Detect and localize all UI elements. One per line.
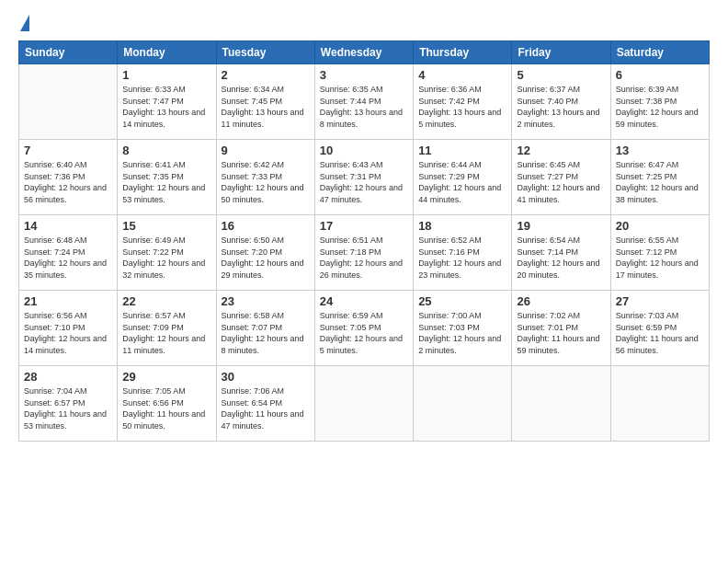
day-cell: 30Sunrise: 7:06 AMSunset: 6:54 PMDayligh…	[216, 366, 314, 442]
day-number: 7	[24, 144, 112, 157]
day-number: 15	[122, 219, 210, 233]
day-info: Sunrise: 6:34 AMSunset: 7:45 PMDaylight:…	[222, 84, 310, 130]
week-row-1: 7Sunrise: 6:40 AMSunset: 7:36 PMDaylight…	[19, 140, 710, 215]
week-row-2: 14Sunrise: 6:48 AMSunset: 7:24 PMDayligh…	[19, 215, 710, 291]
day-info: Sunrise: 6:54 AMSunset: 7:14 PMDaylight:…	[517, 235, 605, 281]
day-cell: 7Sunrise: 6:40 AMSunset: 7:36 PMDaylight…	[19, 140, 118, 215]
day-cell: 27Sunrise: 7:03 AMSunset: 6:59 PMDayligh…	[610, 291, 709, 366]
day-cell	[610, 366, 709, 442]
header-sunday: Sunday	[19, 41, 118, 64]
day-info: Sunrise: 7:04 AMSunset: 6:57 PMDaylight:…	[24, 385, 112, 431]
day-info: Sunrise: 6:56 AMSunset: 7:10 PMDaylight:…	[24, 310, 112, 356]
day-cell	[314, 366, 413, 442]
day-info: Sunrise: 6:39 AMSunset: 7:38 PMDaylight:…	[616, 84, 704, 130]
day-cell: 26Sunrise: 7:02 AMSunset: 7:01 PMDayligh…	[512, 291, 610, 366]
day-number: 12	[517, 144, 605, 157]
day-number: 17	[320, 219, 408, 233]
day-info: Sunrise: 6:59 AMSunset: 7:05 PMDaylight:…	[320, 310, 408, 356]
day-cell: 11Sunrise: 6:44 AMSunset: 7:29 PMDayligh…	[414, 140, 512, 215]
day-info: Sunrise: 6:44 AMSunset: 7:29 PMDaylight:…	[418, 159, 506, 205]
day-info: Sunrise: 6:36 AMSunset: 7:42 PMDaylight:…	[418, 84, 506, 130]
header-thursday: Thursday	[414, 41, 512, 64]
day-number: 16	[222, 219, 310, 233]
day-cell: 17Sunrise: 6:51 AMSunset: 7:18 PMDayligh…	[314, 215, 413, 291]
day-cell: 12Sunrise: 6:45 AMSunset: 7:27 PMDayligh…	[512, 140, 610, 215]
day-number: 2	[222, 68, 310, 82]
day-cell: 5Sunrise: 6:37 AMSunset: 7:40 PMDaylight…	[512, 64, 610, 140]
day-cell	[512, 366, 610, 442]
day-info: Sunrise: 6:47 AMSunset: 7:25 PMDaylight:…	[616, 159, 704, 205]
day-number: 19	[517, 219, 605, 233]
day-info: Sunrise: 6:57 AMSunset: 7:09 PMDaylight:…	[122, 310, 210, 356]
day-number: 14	[24, 219, 112, 233]
day-cell	[414, 366, 512, 442]
day-cell: 6Sunrise: 6:39 AMSunset: 7:38 PMDaylight…	[610, 64, 709, 140]
day-number: 26	[517, 294, 605, 308]
day-cell: 16Sunrise: 6:50 AMSunset: 7:20 PMDayligh…	[216, 215, 314, 291]
day-number: 13	[616, 144, 704, 157]
day-number: 11	[418, 144, 506, 157]
day-number: 20	[616, 219, 704, 233]
header-friday: Friday	[512, 41, 610, 64]
day-info: Sunrise: 7:06 AMSunset: 6:54 PMDaylight:…	[222, 385, 310, 431]
day-cell: 8Sunrise: 6:41 AMSunset: 7:35 PMDaylight…	[118, 140, 216, 215]
day-info: Sunrise: 6:55 AMSunset: 7:12 PMDaylight:…	[616, 235, 704, 281]
day-info: Sunrise: 6:37 AMSunset: 7:40 PMDaylight:…	[517, 84, 605, 130]
header-wednesday: Wednesday	[314, 41, 413, 64]
day-cell: 24Sunrise: 6:59 AMSunset: 7:05 PMDayligh…	[314, 291, 413, 366]
day-info: Sunrise: 7:02 AMSunset: 7:01 PMDaylight:…	[517, 310, 605, 356]
day-cell: 18Sunrise: 6:52 AMSunset: 7:16 PMDayligh…	[414, 215, 512, 291]
day-cell: 3Sunrise: 6:35 AMSunset: 7:44 PMDaylight…	[314, 64, 413, 140]
day-number: 29	[122, 370, 210, 384]
week-row-0: 1Sunrise: 6:33 AMSunset: 7:47 PMDaylight…	[19, 64, 710, 140]
day-info: Sunrise: 6:51 AMSunset: 7:18 PMDaylight:…	[320, 235, 408, 281]
header-saturday: Saturday	[610, 41, 709, 64]
day-cell: 19Sunrise: 6:54 AMSunset: 7:14 PMDayligh…	[512, 215, 610, 291]
day-info: Sunrise: 6:50 AMSunset: 7:20 PMDaylight:…	[222, 235, 310, 281]
day-cell: 9Sunrise: 6:42 AMSunset: 7:33 PMDaylight…	[216, 140, 314, 215]
day-cell: 13Sunrise: 6:47 AMSunset: 7:25 PMDayligh…	[610, 140, 709, 215]
day-cell: 25Sunrise: 7:00 AMSunset: 7:03 PMDayligh…	[414, 291, 512, 366]
header-tuesday: Tuesday	[216, 41, 314, 64]
day-info: Sunrise: 6:45 AMSunset: 7:27 PMDaylight:…	[517, 159, 605, 205]
day-number: 18	[418, 219, 506, 233]
day-number: 30	[222, 370, 310, 384]
day-cell: 1Sunrise: 6:33 AMSunset: 7:47 PMDaylight…	[118, 64, 216, 140]
day-cell: 15Sunrise: 6:49 AMSunset: 7:22 PMDayligh…	[118, 215, 216, 291]
day-info: Sunrise: 7:03 AMSunset: 6:59 PMDaylight:…	[616, 310, 704, 356]
day-number: 5	[517, 68, 605, 82]
day-info: Sunrise: 6:33 AMSunset: 7:47 PMDaylight:…	[122, 84, 210, 130]
day-number: 6	[616, 68, 704, 82]
logo	[18, 15, 29, 33]
day-number: 10	[320, 144, 408, 157]
day-number: 24	[320, 294, 408, 308]
day-number: 27	[616, 294, 704, 308]
day-info: Sunrise: 6:58 AMSunset: 7:07 PMDaylight:…	[222, 310, 310, 356]
day-cell: 2Sunrise: 6:34 AMSunset: 7:45 PMDaylight…	[216, 64, 314, 140]
day-number: 21	[24, 294, 112, 308]
day-number: 23	[222, 294, 310, 308]
day-info: Sunrise: 6:42 AMSunset: 7:33 PMDaylight:…	[222, 159, 310, 205]
week-row-3: 21Sunrise: 6:56 AMSunset: 7:10 PMDayligh…	[19, 291, 710, 366]
day-info: Sunrise: 7:05 AMSunset: 6:56 PMDaylight:…	[122, 385, 210, 431]
day-number: 3	[320, 68, 408, 82]
day-cell	[19, 64, 118, 140]
day-cell: 14Sunrise: 6:48 AMSunset: 7:24 PMDayligh…	[19, 215, 118, 291]
day-number: 9	[222, 144, 310, 157]
day-info: Sunrise: 6:35 AMSunset: 7:44 PMDaylight:…	[320, 84, 408, 130]
day-cell: 28Sunrise: 7:04 AMSunset: 6:57 PMDayligh…	[19, 366, 118, 442]
day-cell: 10Sunrise: 6:43 AMSunset: 7:31 PMDayligh…	[314, 140, 413, 215]
day-info: Sunrise: 6:49 AMSunset: 7:22 PMDaylight:…	[122, 235, 210, 281]
day-cell: 20Sunrise: 6:55 AMSunset: 7:12 PMDayligh…	[610, 215, 709, 291]
page: SundayMondayTuesdayWednesdayThursdayFrid…	[0, 0, 728, 563]
day-info: Sunrise: 6:41 AMSunset: 7:35 PMDaylight:…	[122, 159, 210, 205]
day-number: 22	[122, 294, 210, 308]
day-info: Sunrise: 6:40 AMSunset: 7:36 PMDaylight:…	[24, 159, 112, 205]
calendar: SundayMondayTuesdayWednesdayThursdayFrid…	[18, 40, 710, 442]
logo-triangle-icon	[20, 15, 29, 31]
header-row: SundayMondayTuesdayWednesdayThursdayFrid…	[19, 41, 710, 64]
day-cell: 29Sunrise: 7:05 AMSunset: 6:56 PMDayligh…	[118, 366, 216, 442]
week-row-4: 28Sunrise: 7:04 AMSunset: 6:57 PMDayligh…	[19, 366, 710, 442]
day-number: 1	[122, 68, 210, 82]
day-info: Sunrise: 6:52 AMSunset: 7:16 PMDaylight:…	[418, 235, 506, 281]
